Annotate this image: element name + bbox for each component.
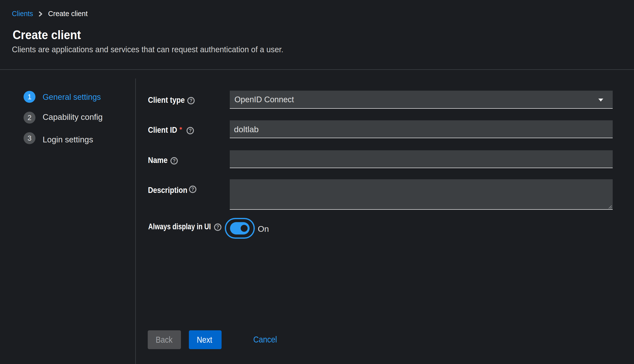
svg-text:?: ? <box>216 224 219 230</box>
svg-text:?: ? <box>189 98 192 103</box>
svg-text:?: ? <box>191 186 194 192</box>
svg-text:?: ? <box>189 128 192 133</box>
svg-text:?: ? <box>172 158 175 164</box>
